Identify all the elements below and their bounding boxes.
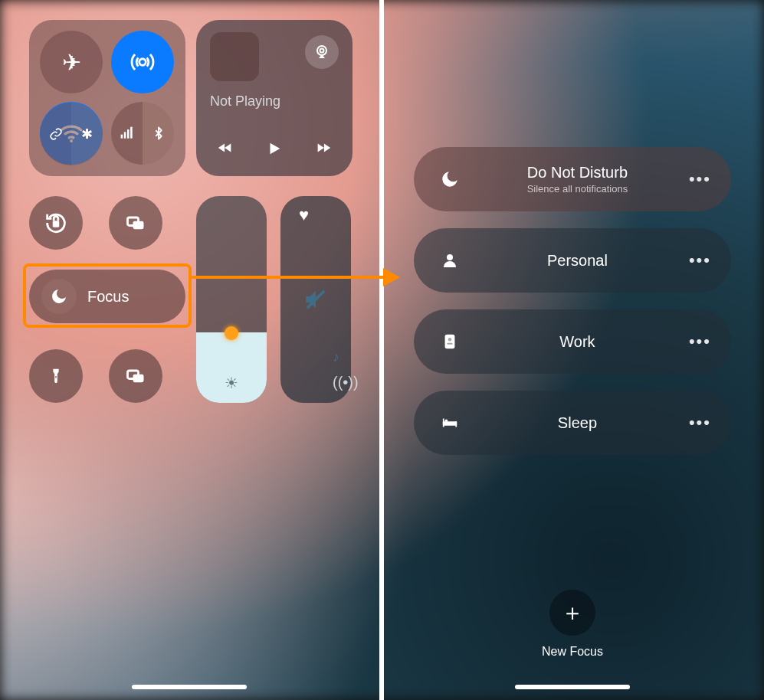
focus-mode-title: Sleep: [466, 414, 689, 432]
focus-mode-options-button[interactable]: •••: [689, 332, 711, 352]
svg-rect-8: [53, 221, 60, 227]
forward-button[interactable]: [313, 139, 333, 158]
svg-point-7: [320, 49, 324, 53]
orientation-lock-icon: [43, 210, 69, 236]
airplane-mode-toggle[interactable]: ✈: [40, 31, 103, 93]
focus-mode-subtitle: Silence all notifications: [466, 183, 689, 195]
focus-mode-text: Personal: [466, 252, 689, 270]
play-icon: [266, 139, 283, 158]
svg-point-15: [447, 254, 453, 260]
connectivity-tile[interactable]: ✈: [29, 20, 185, 176]
svg-rect-19: [443, 421, 457, 426]
new-focus-button[interactable]: ＋ New Focus: [542, 590, 603, 659]
play-button[interactable]: [266, 139, 283, 158]
svg-point-6: [317, 46, 326, 55]
album-art-placeholder: [210, 32, 259, 81]
annotation-highlight-box: [23, 263, 192, 328]
screen-mirroring-toggle[interactable]: [109, 196, 162, 250]
focus-mode-options-button[interactable]: •••: [689, 169, 711, 189]
focus-mode-text: Sleep: [466, 414, 689, 432]
link-toggle[interactable]: [40, 103, 71, 165]
home-indicator[interactable]: [515, 685, 630, 689]
link-icon: [49, 127, 63, 141]
svg-rect-18: [447, 343, 452, 345]
forward-icon: [313, 139, 333, 156]
svg-rect-4: [127, 129, 130, 139]
focus-mode-sleep[interactable]: Sleep •••: [414, 391, 731, 455]
focus-mode-title: Personal: [466, 252, 689, 270]
svg-rect-5: [130, 127, 133, 139]
flashlight-toggle[interactable]: [29, 349, 83, 403]
airdrop-toggle[interactable]: [111, 31, 174, 93]
hotspot-icon: ((•)): [333, 374, 359, 391]
phone-control-center: ✈: [0, 0, 379, 700]
sun-icon: ☀: [225, 374, 238, 392]
focus-mode-title: Do Not Disturb: [466, 164, 689, 182]
new-focus-label: New Focus: [542, 645, 603, 659]
svg-rect-21: [455, 421, 457, 427]
brightness-thumb: [225, 326, 238, 340]
bluetooth-icon: [152, 125, 166, 142]
rewind-button[interactable]: [215, 139, 235, 158]
focus-mode-personal[interactable]: Personal •••: [414, 228, 731, 293]
mute-icon: [303, 286, 329, 312]
focus-mode-options-button[interactable]: •••: [689, 250, 711, 270]
svg-point-0: [139, 59, 146, 66]
svg-rect-20: [443, 419, 444, 427]
focus-mode-text: Work: [466, 333, 689, 351]
moon-icon: [434, 169, 466, 189]
leaf-icon: ✱: [81, 126, 93, 142]
cellular-toggle[interactable]: [111, 102, 143, 165]
media-controls: [196, 139, 352, 158]
svg-point-22: [445, 419, 448, 422]
airdrop-icon: [130, 49, 156, 75]
svg-rect-2: [120, 135, 123, 139]
home-indicator[interactable]: [132, 685, 247, 689]
focus-mode-list: Do Not Disturb Silence all notifications…: [414, 147, 731, 455]
screen-mirroring-icon: [123, 365, 149, 387]
annotation-arrow: [192, 276, 398, 279]
focus-mode-title: Work: [466, 333, 689, 351]
extra-connectivity-split[interactable]: ✱: [40, 103, 103, 165]
svg-rect-10: [133, 221, 144, 230]
now-playing-title: Not Playing: [210, 93, 280, 110]
screen-mirroring-icon: [123, 212, 149, 234]
phone-focus-list: Do Not Disturb Silence all notifications…: [383, 0, 762, 700]
svg-rect-11: [55, 376, 57, 378]
svg-rect-16: [445, 335, 455, 348]
bluetooth-toggle[interactable]: [143, 102, 174, 165]
badge-icon: [434, 332, 466, 352]
volume-slider[interactable]: [280, 196, 351, 403]
cellular-bluetooth-split[interactable]: [111, 102, 174, 165]
focus-mode-text: Do Not Disturb Silence all notifications: [466, 164, 689, 195]
plus-icon: ＋: [549, 590, 595, 636]
airplane-icon: ✈: [62, 49, 81, 76]
airplay-button[interactable]: [305, 35, 339, 69]
person-icon: [434, 251, 466, 270]
orientation-lock-toggle[interactable]: [29, 196, 83, 250]
svg-point-17: [448, 338, 451, 341]
brightness-slider[interactable]: ☀: [196, 196, 267, 403]
flashlight-icon: [48, 364, 64, 388]
bed-icon: [434, 414, 466, 431]
svg-rect-3: [123, 132, 126, 138]
screen-mirroring-toggle-2[interactable]: [109, 349, 162, 403]
airplay-icon: [313, 43, 331, 61]
music-note-icon: ♪: [333, 349, 339, 365]
focus-mode-options-button[interactable]: •••: [689, 413, 711, 433]
heart-icon: ♥: [299, 205, 309, 225]
rewind-icon: [215, 139, 235, 156]
focus-mode-do-not-disturb[interactable]: Do Not Disturb Silence all notifications…: [414, 147, 731, 211]
svg-rect-13: [133, 375, 144, 383]
cellular-icon: [120, 126, 135, 141]
focus-mode-work[interactable]: Work •••: [414, 309, 731, 374]
nature-toggle[interactable]: ✱: [71, 103, 103, 165]
now-playing-tile[interactable]: Not Playing: [196, 20, 352, 176]
brightness-fill: [196, 332, 267, 403]
